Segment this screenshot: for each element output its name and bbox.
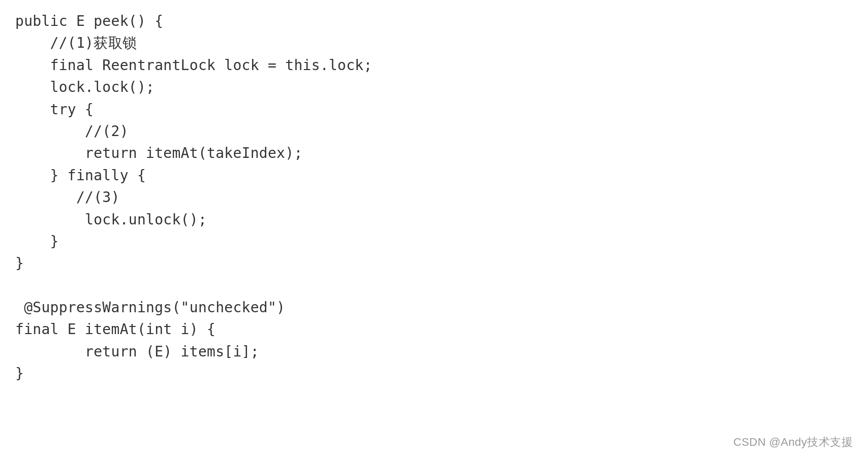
- line-7: return itemAt(takeIndex);: [15, 145, 303, 161]
- line-6: //(2): [15, 123, 129, 140]
- line-8: } finally {: [15, 167, 146, 184]
- watermark: CSDN @Andy技术支援: [733, 435, 853, 450]
- line-2: //(1)获取锁: [15, 35, 137, 51]
- line-12: }: [15, 255, 24, 272]
- line-9: //(3): [15, 189, 120, 206]
- line-11: }: [15, 233, 59, 250]
- code-container: public E peek() { //(1)获取锁 final Reentra…: [0, 0, 868, 459]
- line-1: public E peek() {: [15, 13, 163, 29]
- line-10: lock.unlock();: [15, 211, 207, 228]
- line-14: @SuppressWarnings("unchecked"): [15, 299, 285, 316]
- line-15: final E itemAt(int i) {: [15, 321, 215, 338]
- code-block: public E peek() { //(1)获取锁 final Reentra…: [15, 10, 853, 385]
- line-5: try {: [15, 101, 94, 118]
- line-17: }: [15, 365, 24, 382]
- line-3: final ReentrantLock lock = this.lock;: [15, 57, 373, 74]
- line-4: lock.lock();: [15, 79, 154, 95]
- line-16: return (E) items[i];: [15, 343, 259, 360]
